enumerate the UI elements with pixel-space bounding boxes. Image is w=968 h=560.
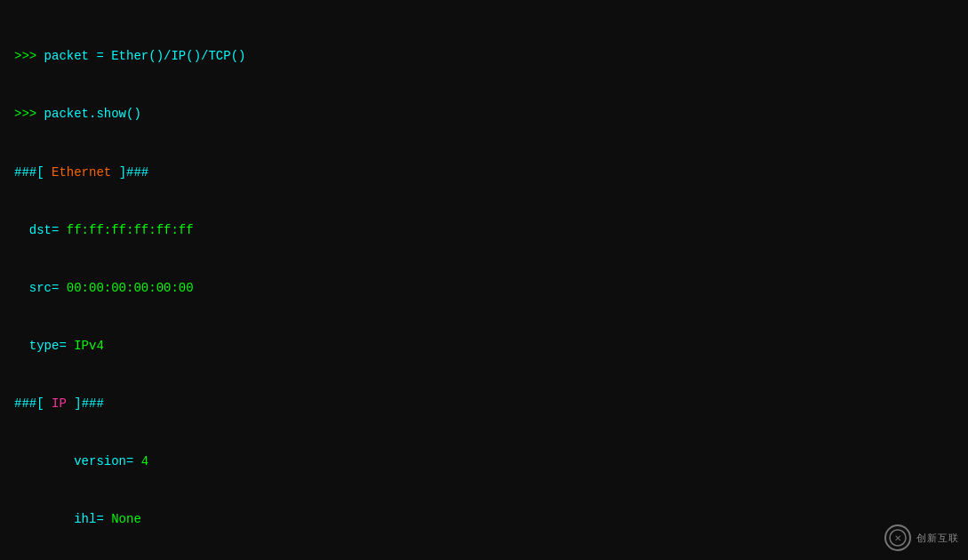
line-8: version= 4	[14, 452, 954, 472]
cmd-1: packet = Ether()/IP()/TCP()	[44, 49, 246, 63]
terminal: >>> packet = Ether()/IP()/TCP() >>> pack…	[0, 0, 968, 560]
watermark: ✕ 创新互联	[884, 524, 959, 551]
prompt-2: >>>	[14, 107, 44, 121]
svg-text:✕: ✕	[894, 533, 901, 543]
line-2: >>> packet.show()	[14, 105, 954, 124]
watermark-icon: ✕	[889, 529, 907, 547]
line-7: ###[ IP ]###	[14, 395, 954, 414]
line-1: >>> packet = Ether()/IP()/TCP()	[14, 47, 954, 67]
line-5: src= 00:00:00:00:00:00	[14, 279, 954, 299]
cmd-2: packet.show()	[44, 107, 141, 121]
line-6: type= IPv4	[14, 337, 954, 356]
line-9: ihl= None	[14, 510, 954, 530]
watermark-text: 创新互联	[916, 532, 959, 545]
line-4: dst= ff:ff:ff:ff:ff:ff	[14, 221, 954, 241]
prompt-1: >>>	[14, 49, 44, 63]
watermark-logo: ✕	[884, 524, 911, 551]
line-3: ###[ Ethernet ]###	[14, 164, 954, 183]
